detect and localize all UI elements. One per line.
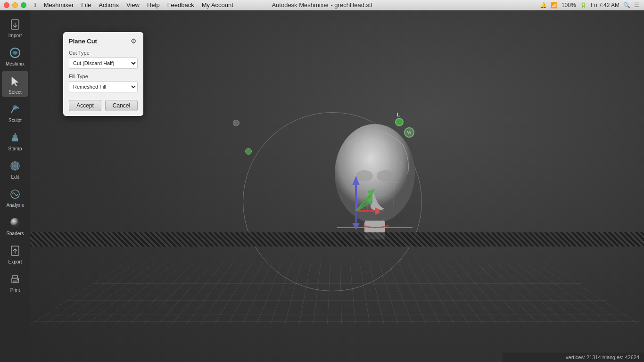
cut-type-select[interactable]: Cut (Discard Half) Slice (Keep Both) Fil…: [69, 58, 138, 69]
sidebar-item-import[interactable]: Import: [2, 14, 28, 41]
select-label: Select: [8, 90, 22, 95]
title-bar:  Meshmixer File Actions View Help Feedb…: [0, 0, 644, 10]
sidebar-item-export[interactable]: Export: [2, 240, 28, 267]
fill-type-label: Fill Type: [69, 74, 138, 79]
menu-view[interactable]: View: [123, 0, 143, 10]
menu-apple[interactable]: : [30, 0, 40, 10]
meshmix-icon: [8, 45, 23, 60]
panel-buttons: Accept Cancel: [69, 100, 138, 111]
sidebar-item-print[interactable]: Print: [2, 269, 28, 295]
clock: Fri 7:42 AM: [591, 2, 619, 8]
svg-rect-14: [13, 276, 17, 278]
cancel-button[interactable]: Cancel: [105, 100, 138, 111]
analysis-label: Analysis: [6, 203, 24, 208]
sculpt-label: Sculpt: [8, 118, 22, 123]
edit-label: Edit: [11, 174, 19, 180]
shaders-label: Shaders: [6, 231, 24, 236]
svg-marker-28: [375, 207, 380, 215]
wifi-icon: 📶: [551, 2, 558, 8]
sidebar-item-select[interactable]: Select: [2, 71, 28, 97]
notification-icon: 🔔: [540, 2, 547, 8]
accept-button[interactable]: Accept: [69, 100, 101, 111]
panel-header: Plane Cut ⚙: [69, 37, 138, 45]
s-handle[interactable]: [233, 120, 239, 126]
sidebar: Import Meshmix Select: [0, 10, 30, 362]
menu-help[interactable]: Help: [143, 0, 164, 10]
import-icon: [8, 17, 23, 32]
print-label: Print: [10, 288, 20, 293]
sidebar-item-stamp[interactable]: Stamp: [2, 127, 28, 154]
window-title: Autodesk Meshmixer - grechHead.stl: [272, 1, 372, 8]
status-text: vertices: 21314 triangles: 42624: [566, 354, 639, 360]
battery-label: 100%: [561, 2, 576, 8]
svg-point-3: [13, 105, 17, 110]
svg-rect-15: [13, 280, 17, 282]
traffic-lights: [0, 2, 26, 8]
cut-type-label: Cut Type: [69, 50, 138, 56]
menu-file[interactable]: File: [77, 0, 95, 10]
menu-actions[interactable]: Actions: [95, 0, 123, 10]
main-container: Import Meshmix Select: [0, 10, 644, 362]
sidebar-item-meshmix[interactable]: Meshmix: [2, 42, 28, 69]
edit-icon: [8, 158, 23, 173]
svg-point-8: [11, 162, 19, 170]
sidebar-item-edit[interactable]: Edit: [2, 156, 28, 182]
export-label: Export: [8, 259, 22, 264]
fill-type-select[interactable]: Remeshed Fill Flat Fill None: [69, 81, 138, 92]
sidebar-item-shaders[interactable]: Shaders: [2, 212, 28, 239]
svg-marker-26: [352, 176, 360, 185]
gear-icon[interactable]: ⚙: [129, 37, 138, 45]
svg-point-10: [10, 218, 20, 227]
system-icons: 🔔 📶 100% 🔋 Fri 7:42 AM 🔍 ☰: [540, 2, 644, 8]
plane-cut-panel: Plane Cut ⚙ Cut Type Cut (Discard Half) …: [63, 32, 143, 116]
panel-title: Plane Cut: [69, 38, 97, 45]
sidebar-item-analysis[interactable]: Analysis: [2, 184, 28, 210]
minimize-button[interactable]: [12, 2, 18, 8]
svg-marker-30: [367, 189, 375, 197]
battery-icon: 🔋: [580, 2, 587, 8]
print-icon: [8, 272, 23, 287]
sculpt-icon: [8, 102, 23, 117]
menu-feedback[interactable]: Feedback: [164, 0, 198, 10]
stamp-icon: [8, 130, 23, 145]
close-button[interactable]: [4, 2, 9, 8]
menu-myaccount[interactable]: My Account: [198, 0, 237, 10]
sidebar-item-sculpt[interactable]: Sculpt: [2, 99, 28, 125]
cut-plane-strip: [30, 232, 644, 247]
status-bar: vertices: 21314 triangles: 42624: [503, 353, 644, 362]
analysis-icon: [8, 187, 23, 202]
svg-marker-34: [352, 223, 360, 230]
menu-meshmixer[interactable]: Meshmixer: [40, 0, 78, 10]
a-handle[interactable]: [245, 148, 252, 155]
viewport[interactable]: L W: [30, 10, 644, 362]
svg-point-16: [17, 279, 19, 280]
search-icon[interactable]: 🔍: [623, 2, 630, 8]
stamp-label: Stamp: [8, 146, 22, 151]
transform-gizmo[interactable]: [332, 169, 370, 225]
meshmix-label: Meshmix: [6, 61, 25, 66]
import-label: Import: [8, 33, 22, 38]
maximize-button[interactable]: [21, 2, 26, 8]
export-icon: [8, 243, 23, 258]
svg-rect-5: [13, 135, 17, 138]
select-icon: [8, 74, 23, 89]
shaders-icon: [8, 215, 23, 230]
list-icon[interactable]: ☰: [634, 2, 639, 8]
svg-rect-4: [12, 138, 18, 141]
grid-floor: [30, 262, 644, 324]
